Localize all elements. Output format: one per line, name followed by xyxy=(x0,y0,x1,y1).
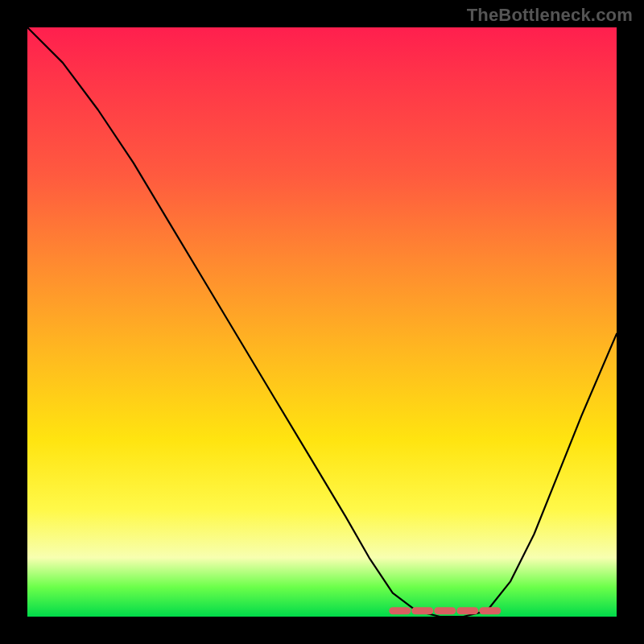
plot-area xyxy=(27,27,617,617)
chart-frame: TheBottleneck.com xyxy=(0,0,644,644)
watermark-text: TheBottleneck.com xyxy=(467,5,633,26)
bottleneck-curve-path xyxy=(27,27,617,617)
bottleneck-curve-svg xyxy=(27,27,617,617)
